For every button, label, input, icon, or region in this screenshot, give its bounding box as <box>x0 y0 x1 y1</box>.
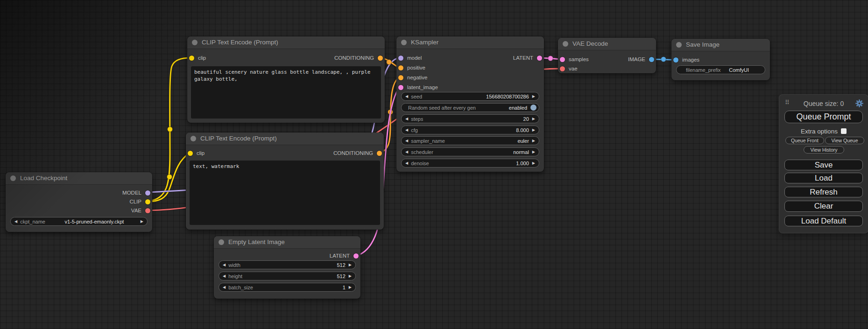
increment-arrow-icon[interactable]: ▶ <box>532 128 535 132</box>
input-port-clip[interactable]: clip <box>186 149 205 157</box>
input-port-clip[interactable]: clip <box>187 54 206 62</box>
output-port-conditioning[interactable]: CONDITIONING <box>333 149 384 157</box>
collapse-dot-icon[interactable] <box>219 239 224 245</box>
output-port-vae[interactable]: VAE <box>131 207 152 214</box>
input-slot-dot[interactable] <box>398 56 403 61</box>
decrement-arrow-icon[interactable]: ◀ <box>405 161 408 165</box>
queue-front-button[interactable]: Queue Front <box>785 137 824 144</box>
node-titlebar-vae-decode[interactable]: VAE Decode <box>558 38 656 50</box>
input-slot-dot[interactable] <box>398 85 403 90</box>
widget-ckpt_name[interactable]: ◀ckpt_namev1-5-pruned-emaonly.ckpt▶ <box>10 217 148 226</box>
output-slot-dot[interactable] <box>145 208 150 213</box>
input-port-negative[interactable]: negative <box>396 74 427 81</box>
decrement-arrow-icon[interactable]: ◀ <box>223 274 226 278</box>
collapse-dot-icon[interactable] <box>563 41 568 47</box>
increment-arrow-icon[interactable]: ▶ <box>532 117 535 121</box>
widget-random-seed-after-every-gen[interactable]: Random seed after every genenabled <box>401 103 539 112</box>
increment-arrow-icon[interactable]: ▶ <box>532 161 535 165</box>
input-port-images[interactable]: images <box>671 56 699 63</box>
decrement-arrow-icon[interactable]: ◀ <box>405 95 408 98</box>
clear-button[interactable]: Clear <box>784 201 863 212</box>
decrement-arrow-icon[interactable]: ◀ <box>14 220 17 224</box>
view-queue-button[interactable]: View Queue <box>825 137 864 144</box>
output-slot-dot[interactable] <box>649 57 654 62</box>
widget-steps[interactable]: ◀steps20▶ <box>401 114 539 123</box>
decrement-arrow-icon[interactable]: ◀ <box>223 263 226 267</box>
widget-sampler_name[interactable]: ◀sampler_nameeuler▶ <box>401 136 539 145</box>
decrement-arrow-icon[interactable]: ◀ <box>223 286 226 289</box>
increment-arrow-icon[interactable]: ▶ <box>532 139 535 143</box>
output-port-model[interactable]: MODEL <box>122 189 152 196</box>
widget-height[interactable]: ◀height512▶ <box>219 272 356 280</box>
output-slot-dot[interactable] <box>378 56 383 61</box>
decrement-arrow-icon[interactable]: ◀ <box>405 117 408 121</box>
input-slot-dot[interactable] <box>560 57 565 62</box>
node-clip-text-encode-1[interactable]: CLIP Text Encode (Prompt)clipCONDITIONIN… <box>187 36 385 123</box>
input-slot-dot[interactable] <box>560 66 565 71</box>
decrement-arrow-icon[interactable]: ◀ <box>405 150 408 154</box>
increment-arrow-icon[interactable]: ▶ <box>349 286 352 289</box>
input-slot-dot[interactable] <box>189 56 194 61</box>
widget-batch_size[interactable]: ◀batch_size1▶ <box>219 283 356 292</box>
increment-arrow-icon[interactable]: ▶ <box>532 95 535 98</box>
load-button[interactable]: Load <box>784 173 863 183</box>
collapse-dot-icon[interactable] <box>191 136 196 141</box>
save-button[interactable]: Save <box>784 160 863 170</box>
node-empty-latent-image[interactable]: Empty Latent ImageLATENT◀width512▶◀heigh… <box>214 236 360 299</box>
widget-seed[interactable]: ◀seed156680208700286▶ <box>401 92 539 101</box>
input-slot-dot[interactable] <box>398 75 403 80</box>
input-port-model[interactable]: model <box>396 54 422 62</box>
prompt-textarea[interactable]: beautiful scenery nature glass bottle la… <box>191 66 381 119</box>
output-slot-dot[interactable] <box>353 253 359 259</box>
node-load-checkpoint[interactable]: Load CheckpointMODELCLIPVAE◀ckpt_namev1-… <box>6 172 152 232</box>
node-titlebar-empty-latent-image[interactable]: Empty Latent Image <box>214 236 360 249</box>
input-slot-dot[interactable] <box>398 65 403 70</box>
widget-filename_prefix[interactable]: filename_prefixComfyUI <box>676 65 765 74</box>
node-vae-decode[interactable]: VAE DecodesamplesvaeIMAGE <box>558 38 656 73</box>
increment-arrow-icon[interactable]: ▶ <box>141 220 143 224</box>
decrement-arrow-icon[interactable]: ◀ <box>405 139 408 143</box>
input-port-latent_image[interactable]: latent_image <box>396 84 438 91</box>
widget-width[interactable]: ◀width512▶ <box>219 260 356 269</box>
collapse-dot-icon[interactable] <box>192 40 198 45</box>
toggle-dot[interactable] <box>530 105 536 111</box>
output-port-clip[interactable]: CLIP <box>129 198 152 205</box>
collapse-dot-icon[interactable] <box>401 40 407 45</box>
refresh-button[interactable]: Refresh <box>784 187 863 197</box>
node-titlebar-save-image[interactable]: Save Image <box>671 39 770 51</box>
node-titlebar-load-checkpoint[interactable]: Load Checkpoint <box>6 172 152 185</box>
collapse-dot-icon[interactable] <box>10 175 16 181</box>
view-history-button[interactable]: View History <box>804 146 844 154</box>
output-slot-dot[interactable] <box>145 190 150 196</box>
widget-scheduler[interactable]: ◀schedulernormal▶ <box>401 147 539 156</box>
increment-arrow-icon[interactable]: ▶ <box>349 274 352 278</box>
node-clip-text-encode-2[interactable]: CLIP Text Encode (Prompt)clipCONDITIONIN… <box>186 133 384 230</box>
input-port-samples[interactable]: samples <box>558 56 589 63</box>
output-slot-dot[interactable] <box>145 199 150 204</box>
extra-options-checkbox[interactable] <box>841 128 847 134</box>
output-port-image[interactable]: IMAGE <box>628 56 656 63</box>
decrement-arrow-icon[interactable]: ◀ <box>405 128 408 132</box>
queue-prompt-button[interactable]: Queue Prompt <box>784 111 863 123</box>
widget-denoise[interactable]: ◀denoise1.000▶ <box>401 159 539 168</box>
prompt-textarea[interactable]: text, watermark <box>190 161 380 225</box>
input-port-vae[interactable]: vae <box>558 65 578 72</box>
collapse-dot-icon[interactable] <box>676 42 682 48</box>
output-slot-dot[interactable] <box>377 151 382 156</box>
input-slot-dot[interactable] <box>188 151 193 156</box>
node-titlebar-clip-text-encode-2[interactable]: CLIP Text Encode (Prompt) <box>186 133 384 145</box>
widget-cfg[interactable]: ◀cfg8.000▶ <box>401 126 539 134</box>
increment-arrow-icon[interactable]: ▶ <box>532 150 535 154</box>
output-slot-dot[interactable] <box>537 56 542 61</box>
node-titlebar-ksampler[interactable]: KSampler <box>396 36 544 49</box>
output-port-latent[interactable]: LATENT <box>513 54 544 62</box>
load-default-button[interactable]: Load Default <box>784 216 863 226</box>
node-save-image[interactable]: Save Imageimagesfilename_prefixComfyUI <box>671 39 770 80</box>
node-titlebar-clip-text-encode-1[interactable]: CLIP Text Encode (Prompt) <box>187 36 385 49</box>
node-ksampler[interactable]: KSamplermodelpositivenegativelatent_imag… <box>396 36 544 172</box>
increment-arrow-icon[interactable]: ▶ <box>349 263 352 267</box>
output-port-latent[interactable]: LATENT <box>330 252 360 259</box>
settings-gear-icon[interactable] <box>855 99 863 107</box>
input-port-positive[interactable]: positive <box>396 64 425 71</box>
input-slot-dot[interactable] <box>673 57 678 63</box>
